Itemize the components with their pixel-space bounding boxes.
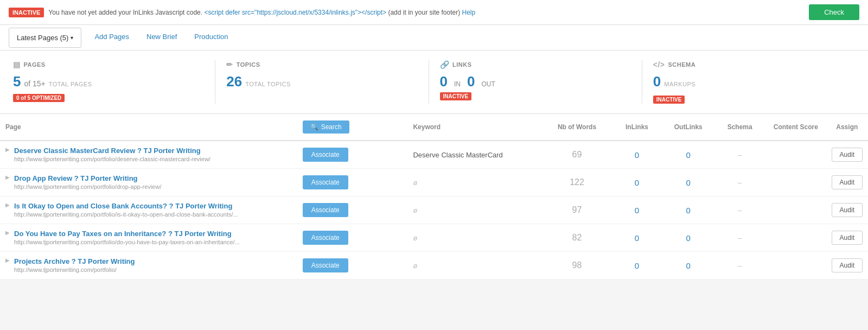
table-row: ▶ Is It Okay to Open and Close Bank Acco…: [0, 196, 868, 224]
inlinks-cell: 0: [611, 224, 663, 252]
check-button[interactable]: Check: [809, 4, 859, 20]
stat-pages: ▤ PAGES 5 of 15+ TOTAL PAGES 0 of 5 OPTI…: [13, 60, 215, 104]
audit-button[interactable]: Audit: [832, 258, 863, 272]
audit-button[interactable]: Audit: [832, 231, 863, 245]
pages-of: of 15+: [24, 79, 45, 88]
schema-count: 0: [653, 73, 661, 90]
help-link[interactable]: Help: [462, 9, 476, 16]
keyword-cell: Deserve Classic MasterCard: [407, 141, 542, 169]
search-icon: 🔍: [310, 123, 318, 131]
tab-add-pages[interactable]: Add Pages: [86, 25, 138, 50]
words-cell: 122: [542, 169, 611, 196]
col-header-outlinks: OutLinks: [662, 114, 714, 141]
topics-label: TOTAL TOPICS: [245, 81, 291, 87]
page-url: http://www.tjporterwriting.com/portfolio…: [14, 266, 117, 273]
top-banner: INACTIVE You have not yet added your InL…: [0, 0, 868, 25]
banner-message: You have not yet added your InLinks Java…: [48, 9, 805, 16]
inlinks-cell: 0: [611, 169, 663, 196]
table-section: Page 🔍 Search Keyword Nb of Words InLink…: [0, 114, 868, 280]
pages-label: TOTAL PAGES: [49, 81, 92, 87]
pages-count: 5: [13, 73, 21, 90]
schema-cell: –: [714, 252, 765, 280]
row-expand-icon[interactable]: ▶: [5, 230, 10, 236]
inlinks-cell: 0: [611, 252, 663, 280]
page-name-link[interactable]: Is It Okay to Open and Close Bank Accoun…: [14, 202, 238, 210]
schema-cell: –: [714, 141, 765, 169]
col-header-score: Content Score: [765, 114, 826, 141]
stat-schema: </> SCHEMA 0 MARKUPS INACTIVE: [642, 60, 855, 104]
inlinks-cell: 0: [611, 141, 663, 169]
links-out-label: OUT: [481, 80, 495, 88]
col-header-assign: Assign: [826, 114, 868, 141]
stat-topics: ✏ TOPICS 26 TOTAL TOPICS: [215, 60, 429, 104]
links-in-label: IN: [454, 80, 461, 88]
inlinks-cell: 0: [611, 196, 663, 224]
links-in-count: 0: [440, 73, 448, 90]
assign-cell: Audit: [826, 196, 868, 224]
score-cell: [765, 169, 826, 196]
page-url: http://www.tjporterwriting.com/portfolio…: [14, 239, 240, 245]
row-expand-icon[interactable]: ▶: [5, 202, 10, 208]
associate-button[interactable]: Associate: [303, 175, 348, 189]
associate-button[interactable]: Associate: [303, 148, 348, 162]
schema-inactive-badge: INACTIVE: [653, 96, 685, 104]
audit-button[interactable]: Audit: [832, 175, 863, 189]
tab-production[interactable]: Production: [186, 25, 237, 50]
stats-section: ▤ PAGES 5 of 15+ TOTAL PAGES 0 of 5 OPTI…: [0, 50, 868, 114]
inactive-badge: INACTIVE: [9, 8, 44, 17]
links-icon: 🔗: [440, 60, 450, 69]
page-url: http://www.tjporterwriting.com/portfolio…: [14, 156, 210, 162]
keyword-cell: ø: [407, 224, 542, 252]
topics-count: 26: [226, 73, 242, 90]
schema-label: MARKUPS: [664, 81, 695, 87]
page-name-link[interactable]: Projects Archive ? TJ Porter Writing: [14, 257, 135, 265]
outlinks-cell: 0: [662, 224, 714, 252]
stat-links: 🔗 LINKS 0 IN 0 OUT INACTIVE: [429, 60, 642, 104]
table-row: ▶ Deserve Classic MasterCard Review ? TJ…: [0, 141, 868, 169]
links-inactive-badge: INACTIVE: [440, 92, 472, 100]
keyword-cell: ø: [407, 169, 542, 196]
latest-pages-dropdown[interactable]: Latest Pages (5) ▾: [9, 28, 81, 48]
page-url: http://www.tjporterwriting.com/portfolio…: [14, 183, 161, 190]
keyword-cell: ø: [407, 196, 542, 224]
associate-button[interactable]: Associate: [303, 258, 348, 272]
words-cell: 98: [542, 252, 611, 280]
schema-cell: –: [714, 169, 765, 196]
optimized-badge: 0 of 5 OPTIMIZED: [13, 94, 65, 102]
schema-cell: –: [714, 196, 765, 224]
words-cell: 82: [542, 224, 611, 252]
col-header-topic: 🔍 Search: [297, 114, 408, 141]
audit-button[interactable]: Audit: [832, 148, 863, 162]
associate-button[interactable]: Associate: [303, 231, 348, 245]
col-header-words: Nb of Words: [542, 114, 611, 141]
page-name-link[interactable]: Do You Have to Pay Taxes on an Inheritan…: [14, 230, 240, 238]
outlinks-cell: 0: [662, 252, 714, 280]
col-header-inlinks: InLinks: [611, 114, 663, 141]
col-header-page: Page: [0, 114, 297, 141]
pages-icon: ▤: [13, 60, 21, 69]
table-row: ▶ Drop App Review ? TJ Porter Writing ht…: [0, 169, 868, 196]
page-name-link[interactable]: Drop App Review ? TJ Porter Writing: [14, 174, 161, 182]
schema-cell: –: [714, 224, 765, 252]
nav-tabs: Latest Pages (5) ▾ Add Pages New Brief P…: [0, 25, 868, 50]
row-expand-icon[interactable]: ▶: [5, 147, 10, 153]
tab-new-brief[interactable]: New Brief: [138, 25, 186, 50]
score-cell: [765, 196, 826, 224]
outlinks-cell: 0: [662, 141, 714, 169]
audit-button[interactable]: Audit: [832, 203, 863, 217]
page-url: http://www.tjporterwriting.com/portfolio…: [14, 211, 238, 218]
col-header-keyword: Keyword: [407, 114, 542, 141]
table-row: ▶ Do You Have to Pay Taxes on an Inherit…: [0, 224, 868, 252]
score-cell: [765, 252, 826, 280]
row-expand-icon[interactable]: ▶: [5, 174, 10, 180]
code-snippet-link[interactable]: <script defer src="https://jscloud.net/x…: [204, 9, 386, 16]
words-cell: 69: [542, 141, 611, 169]
search-button[interactable]: 🔍 Search: [303, 120, 349, 134]
associate-button[interactable]: Associate: [303, 203, 348, 217]
score-cell: [765, 141, 826, 169]
links-out-count: 0: [467, 73, 475, 90]
table-row: ▶ Projects Archive ? TJ Porter Writing h…: [0, 252, 868, 280]
row-expand-icon[interactable]: ▶: [5, 257, 10, 263]
score-cell: [765, 224, 826, 252]
page-name-link[interactable]: Deserve Classic MasterCard Review ? TJ P…: [14, 147, 210, 155]
